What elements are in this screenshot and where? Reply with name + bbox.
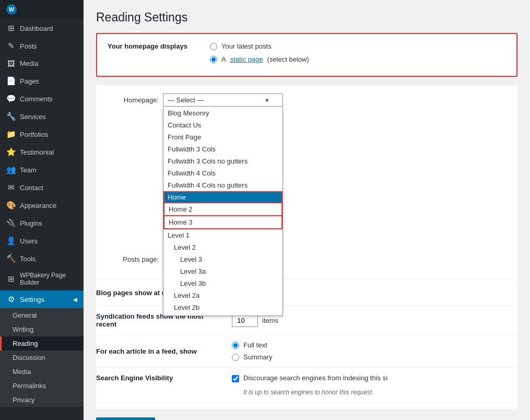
wpbakery-icon: ⊞ [6,274,16,284]
visibility-checkbox-row[interactable]: Discourage search engines from indexing … [232,374,387,382]
sidebar-item-portfolios[interactable]: 📁 Portfolios [0,125,84,143]
feed-full-text-option[interactable]: Full text [232,341,273,349]
option-fullwidth-3-cols-no-gutters[interactable]: Fullwidth 3 Cols no gutters [163,155,282,167]
feed-summary-label: Summary [243,353,273,361]
visibility-checkbox-label: Discourage search engines from indexing … [243,374,387,382]
sidebar-item-label: Tools [20,255,36,263]
dropdown-arrow-icon: ▼ [264,97,270,103]
option-front-page[interactable]: Front Page [163,131,282,143]
sidebar-item-label: Comments [20,95,53,103]
sidebar-item-label: WPBakery Page Builder [20,272,77,286]
option-level-3a[interactable]: Level 3a [163,265,282,277]
static-page-link[interactable]: static page [230,55,263,63]
sidebar: W ⊞ Dashboard ✎ Posts 🖼 Media 📄 Pages 💬 … [0,0,84,420]
sidebar-item-plugins[interactable]: 🔌 Plugins [0,214,84,232]
homepage-dropdown-trigger[interactable]: — Select — ▼ [163,94,283,107]
users-icon: 👤 [6,236,16,246]
option-fullwidth-3-cols[interactable]: Fullwidth 3 Cols [163,143,282,155]
tools-icon: 🔨 [6,254,16,263]
visibility-checkbox[interactable] [232,375,239,382]
sidebar-item-label: Pages [20,77,39,85]
sidebar-item-media[interactable]: 🖼 Media [0,55,84,72]
sidebar-item-pages[interactable]: 📄 Pages [0,72,84,90]
homepage-dropdown-list[interactable]: Blog Mesonry Contact Us Front Page Fullw… [163,107,283,316]
sidebar-item-tools[interactable]: 🔨 Tools [0,250,84,267]
contact-icon: ✉ [6,183,16,192]
sidebar-item-settings[interactable]: ⚙ Settings ◀ [0,290,84,308]
homepage-options: Your latest posts A static page (select … [210,42,309,63]
visibility-control: Discourage search engines from indexing … [232,374,517,396]
submenu-item-writing[interactable]: Writing [0,322,84,336]
save-changes-button[interactable]: Save Changes [96,417,155,420]
option-level-2a[interactable]: Level 2a [163,289,282,301]
sidebar-item-label: Testimonial [20,148,54,156]
latest-posts-option[interactable]: Your latest posts [210,42,309,50]
option-contact-us[interactable]: Contact Us [163,119,282,131]
settings-icon: ⚙ [6,295,16,304]
static-page-radio[interactable] [210,56,217,63]
sidebar-item-contact[interactable]: ✉ Contact [0,179,84,196]
homepage-field-label: Homepage: [96,96,159,104]
submenu-item-discussion[interactable]: Discussion [0,351,84,365]
sidebar-item-wpbakery[interactable]: ⊞ WPBakery Page Builder [0,267,84,290]
comments-icon: 💬 [6,94,16,103]
sidebar-item-label: Posts [20,42,37,50]
feed-summary-option[interactable]: Summary [232,353,273,361]
feed-full-radio[interactable] [232,342,239,349]
portfolios-icon: 📁 [6,130,16,139]
sidebar-item-label: Services [20,113,46,121]
wordpress-logo-icon: W [6,4,17,15]
option-home[interactable]: Home [163,191,282,203]
main-content: Reading Settings Your homepage displays … [84,0,530,420]
services-icon: 🔧 [6,112,16,121]
feed-control: Full text Summary [232,341,517,361]
sidebar-item-label: Dashboard [20,25,53,32]
sidebar-item-posts[interactable]: ✎ Posts [0,37,84,55]
option-level-1[interactable]: Level 1 [163,229,282,241]
submenu-item-media[interactable]: Media [0,365,84,379]
sidebar-logo: W [0,0,84,19]
sidebar-item-testimonial[interactable]: ⭐ Testimonial [0,143,84,161]
sidebar-item-label: Plugins [20,219,42,227]
latest-posts-label: Your latest posts [221,42,272,50]
static-page-option[interactable]: A static page (select below) [210,55,309,63]
feed-full-label: Full text [243,341,267,349]
option-fullwidth-4-cols-no-gutters[interactable]: Fullwidth 4 Cols no gutters [163,179,282,191]
submenu-item-permalinks[interactable]: Permalinks [0,379,84,393]
sidebar-item-services[interactable]: 🔧 Services [0,108,84,125]
option-level-3b[interactable]: Level 3b [163,277,282,289]
homepage-displays-label: Your homepage displays [108,42,202,50]
option-fullwidth-4-cols[interactable]: Fullwidth 4 Cols [163,167,282,179]
feed-radio-group: Full text Summary [232,341,273,361]
sidebar-item-label: Settings [20,296,44,304]
option-home-2[interactable]: Home 2 [163,203,282,216]
settings-arrow-icon: ◀ [73,297,77,302]
static-page-prefix: A [221,55,226,63]
submenu-item-privacy[interactable]: Privacy [0,393,84,407]
static-page-suffix: (select below) [267,55,309,63]
settings-panel: Homepage: — Select — ▼ Blog Mesonry Cont… [96,85,517,409]
sidebar-item-appearance[interactable]: 🎨 Appearance [0,196,84,214]
submenu-item-reading[interactable]: Reading [0,336,84,351]
sidebar-item-dashboard[interactable]: ⊞ Dashboard [0,19,84,37]
feed-label: For each article in a feed, show [96,347,232,355]
sidebar-item-users[interactable]: 👤 Users [0,232,84,250]
option-home-3[interactable]: Home 3 [163,216,282,229]
sidebar-item-label: Appearance [20,202,56,209]
option-level-2[interactable]: Level 2 [163,241,282,253]
media-icon: 🖼 [6,59,16,68]
settings-submenu: General Writing Reading Discussion Media… [0,308,84,407]
sidebar-item-team[interactable]: 👥 Team [0,161,84,179]
submenu-item-general[interactable]: General [0,308,84,322]
option-lorem-ipsum[interactable]: Lorem Ipsum [163,313,282,316]
feed-row: For each article in a feed, show Full te… [96,335,517,368]
feed-summary-radio[interactable] [232,354,239,361]
option-blog-mesonry[interactable]: Blog Mesonry [163,107,282,119]
sidebar-item-comments[interactable]: 💬 Comments [0,90,84,108]
option-level-3[interactable]: Level 3 [163,253,282,265]
sidebar-item-label: Contact [20,184,43,192]
plugins-icon: 🔌 [6,218,16,228]
option-level-2b[interactable]: Level 2b [163,301,282,313]
sidebar-item-label: Portfolios [20,131,48,138]
latest-posts-radio[interactable] [210,43,217,50]
